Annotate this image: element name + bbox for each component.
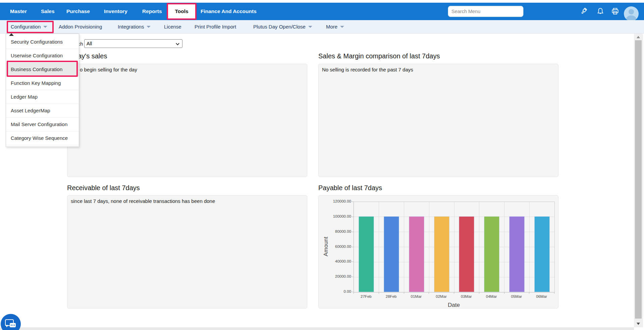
chart-xtick-label-03Mar: 03Mar bbox=[454, 294, 479, 298]
nav-item-sales[interactable]: Sales bbox=[41, 3, 55, 20]
chart-ytick-label: 80000.00 bbox=[319, 229, 351, 233]
chart-bar-01Mar[interactable] bbox=[409, 216, 424, 292]
chart-xtick-label-27Feb: 27Feb bbox=[354, 294, 379, 298]
nav-item-master[interactable]: Master bbox=[10, 3, 27, 20]
subnav-label: Configuration bbox=[11, 24, 41, 30]
panel-todays-sales: o begin selling for the day bbox=[67, 64, 307, 177]
configuration-dropdown-menu: Security Configurations Userwise Configu… bbox=[6, 34, 79, 147]
todays-sales-message: o begin selling for the day bbox=[80, 67, 137, 72]
chart-bar-04Mar[interactable] bbox=[484, 216, 499, 292]
chart-xtick-mark bbox=[504, 292, 504, 294]
subnav-label: Integrations bbox=[118, 24, 144, 30]
chart-gridline-v bbox=[404, 202, 404, 292]
scroll-down-arrow-icon[interactable] bbox=[637, 323, 640, 325]
chart-ytick-label: 0.00 bbox=[319, 289, 351, 293]
subnav-label: More bbox=[326, 24, 337, 30]
chart-ytick-label: 120000.00 bbox=[319, 199, 351, 203]
chart-bar-28Feb[interactable] bbox=[384, 216, 399, 292]
chart-ytick-label: 100000.00 bbox=[319, 214, 351, 218]
chart-gridline-v bbox=[479, 202, 479, 292]
receivable-message: since last 7 days, none of receivable tr… bbox=[71, 198, 215, 204]
chevron-down-icon bbox=[308, 26, 312, 28]
chart-xtick-label-01Mar: 01Mar bbox=[404, 294, 429, 298]
subnav-item-configuration[interactable]: Configuration bbox=[11, 20, 47, 34]
menu-item-mail-server-configuration[interactable]: Mail Server Configuration bbox=[6, 118, 79, 131]
menu-item-category-wise-sequence[interactable]: Category Wise Sequence bbox=[6, 131, 79, 145]
subnav-item-license[interactable]: License bbox=[164, 20, 181, 34]
chart-ytick-mark bbox=[352, 232, 354, 232]
bell-icon[interactable] bbox=[596, 3, 605, 20]
payable-chart-plot-area bbox=[354, 202, 555, 292]
tools-sub-nav-bar: Configuration Addon Provisioning Integra… bbox=[0, 20, 644, 34]
nav-item-tools annotation-box-tools[interactable]: Tools bbox=[167, 3, 197, 20]
chart-ytick-mark bbox=[352, 217, 354, 217]
chart-x-axis-title: Date bbox=[354, 302, 554, 309]
chart-gridline-v bbox=[454, 202, 454, 292]
menu-item-ledger-map[interactable]: Ledger Map bbox=[6, 90, 79, 104]
chart-xtick-label-02Mar: 02Mar bbox=[429, 294, 454, 298]
panel-title-sales-margin: Sales & Margin comparison of last 7days bbox=[318, 52, 440, 60]
panel-sales-margin: No selling is recorded for the past 7 da… bbox=[318, 64, 558, 177]
subnav-item-print-profile-import[interactable]: Print Profile Import bbox=[195, 20, 236, 34]
chart-xtick-mark bbox=[454, 292, 454, 294]
menu-item-function-key-mapping[interactable]: Function Key Mapping bbox=[6, 76, 79, 90]
nav-item-reports[interactable]: Reports bbox=[142, 3, 162, 20]
horizontal-scrollbar-track[interactable] bbox=[0, 327, 634, 330]
chart-ytick-mark bbox=[352, 247, 354, 247]
subnav-item-plutus-day-open-close[interactable]: Plutus Day Open/Close bbox=[253, 20, 312, 34]
chart-bar-02Mar[interactable] bbox=[434, 216, 449, 292]
chart-ytick-label: 20000.00 bbox=[319, 274, 351, 278]
scroll-up-arrow-icon[interactable] bbox=[637, 36, 640, 38]
panel-title-receivable: Receivable of last 7days bbox=[67, 184, 140, 192]
chevron-down-icon bbox=[175, 42, 180, 46]
chevron-down-icon bbox=[340, 26, 344, 28]
chart-gridline-v bbox=[379, 202, 379, 292]
chart-bar-27Feb[interactable] bbox=[359, 216, 374, 292]
chart-bar-03Mar[interactable] bbox=[459, 216, 474, 292]
vertical-scrollbar-thumb[interactable] bbox=[635, 40, 642, 319]
chart-xtick-label-05Mar: 05Mar bbox=[504, 294, 529, 298]
chart-xtick-label-04Mar: 04Mar bbox=[479, 294, 504, 298]
chart-xtick-label-28Feb: 28Feb bbox=[379, 294, 404, 298]
window-top-strip bbox=[0, 0, 644, 3]
top-nav-bar: Master Sales Purchase Inventory Reports … bbox=[0, 3, 644, 20]
dropdown-pointer-arrow bbox=[9, 33, 14, 36]
subnav-item-more[interactable]: More bbox=[326, 20, 344, 34]
chart-ytick-label: 40000.00 bbox=[319, 259, 351, 263]
menu-item-business-configuration[interactable]: Business Configuration bbox=[6, 63, 79, 76]
menu-item-userwise-configuration[interactable]: Userwise Configuration bbox=[6, 49, 79, 63]
subnav-item-addon-provisioning[interactable]: Addon Provisioning bbox=[59, 20, 102, 34]
chart-bar-05Mar[interactable] bbox=[509, 216, 525, 292]
panel-title-payable: Payable of last 7days bbox=[318, 184, 382, 192]
avatar-head-shape bbox=[629, 9, 634, 14]
subnav-label: Addon Provisioning bbox=[59, 24, 102, 30]
chart-xtick-mark bbox=[479, 292, 479, 294]
chat-widget-button[interactable] bbox=[1, 314, 21, 330]
vertical-scrollbar[interactable] bbox=[634, 34, 643, 327]
nav-item-purchase[interactable]: Purchase bbox=[66, 3, 90, 20]
chart-bar-06Mar[interactable] bbox=[534, 216, 550, 292]
subnav-label: Plutus Day Open/Close bbox=[253, 24, 306, 30]
printer-icon[interactable] bbox=[610, 3, 620, 20]
nav-item-finance-and-accounts[interactable]: Finance And Accounts bbox=[201, 3, 257, 20]
search-menu-input[interactable] bbox=[448, 6, 524, 17]
branch-select[interactable]: All bbox=[84, 39, 182, 48]
panel-receivable: since last 7 days, none of receivable tr… bbox=[67, 195, 307, 309]
nav-item-inventory[interactable]: Inventory bbox=[104, 3, 127, 20]
subnav-label: Print Profile Import bbox=[195, 24, 236, 30]
sales-margin-message: No selling is recorded for the past 7 da… bbox=[322, 67, 413, 72]
brush-icon[interactable] bbox=[579, 3, 588, 20]
chart-xtick-mark bbox=[554, 292, 554, 294]
menu-item-asset-ledgermap[interactable]: Asset LedgerMap bbox=[6, 104, 79, 118]
chart-xtick-mark bbox=[379, 292, 379, 294]
chart-gridline-v bbox=[429, 202, 429, 292]
subnav-label: License bbox=[164, 24, 181, 30]
chart-xtick-label-06Mar: 06Mar bbox=[529, 294, 554, 298]
chart-xtick-mark bbox=[429, 292, 429, 294]
chart-xtick-mark bbox=[354, 292, 354, 294]
chart-gridline-v bbox=[504, 202, 504, 292]
branch-select-value: All bbox=[87, 41, 92, 46]
user-avatar[interactable] bbox=[624, 6, 639, 21]
subnav-item-integrations[interactable]: Integrations bbox=[118, 20, 151, 34]
menu-item-security-configurations[interactable]: Security Configurations bbox=[6, 35, 79, 49]
